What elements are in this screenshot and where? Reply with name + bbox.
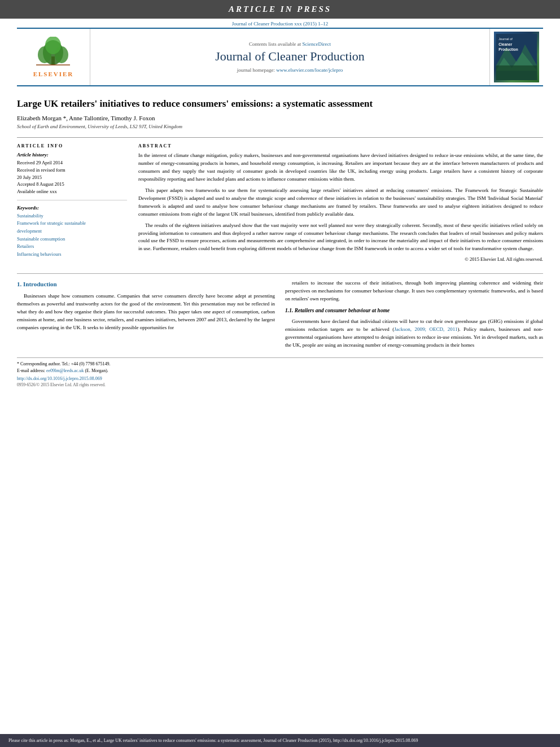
footnote-area: * Corresponding author. Tel.: +44 (0) 77… — [17, 357, 543, 387]
intro-para-2: retailers to increase the success of the… — [285, 279, 543, 303]
abstract-para-1: In the interest of climate change mitiga… — [138, 152, 543, 184]
journal-cover-area: Journal of Cleaner Production — [489, 29, 543, 85]
corresponding-author-note: * Corresponding author. Tel.: +44 (0) 77… — [17, 361, 111, 366]
authors-line: Elizabeth Morgan *, Anne Tallontire, Tim… — [17, 115, 543, 121]
doi-url[interactable]: http://dx.doi.org/10.1016/j.jclepro.2015… — [17, 376, 102, 381]
abstract-label: ABSTRACT — [138, 143, 543, 148]
citation-bar: Please cite this article in press as: Mo… — [0, 734, 560, 747]
email-suffix: (E. Morgan). — [85, 368, 108, 373]
subsection-title: Retailers and consumer behaviour at home — [295, 308, 390, 313]
body-content: 1. Introduction Businesses shape how con… — [17, 279, 543, 352]
keywords-heading: Keywords: — [17, 205, 127, 211]
authors-text: Elizabeth Morgan *, Anne Tallontire, Tim… — [17, 115, 155, 121]
cover-svg: Journal of Cleaner Production — [495, 34, 539, 80]
subsection-heading: 1.1. Retailers and consumer behaviour at… — [285, 307, 543, 315]
journal-header: ELSEVIER Contents lists available at Sci… — [17, 28, 543, 86]
doi-link: http://dx.doi.org/10.1016/j.jclepro.2015… — [17, 376, 543, 381]
section-title: Introduction — [23, 281, 57, 287]
journal-homepage-line: journal homepage: www.elsevier.com/locat… — [237, 67, 343, 73]
banner-text: ARTICLE IN PRESS — [229, 5, 331, 14]
homepage-label: journal homepage: — [237, 67, 275, 73]
journal-title: Journal of Cleaner Production — [215, 49, 365, 64]
abstract-column: ABSTRACT In the interest of climate chan… — [138, 143, 543, 262]
subsection-number: 1.1. — [285, 308, 293, 313]
body-left-column: 1. Introduction Businesses shape how con… — [17, 279, 275, 352]
article-title: Large UK retailers' initiatives to reduc… — [17, 98, 543, 110]
available-online: Available online xxx — [17, 188, 127, 195]
svg-text:Cleaner: Cleaner — [498, 42, 512, 46]
journal-link-bar: Journal of Cleaner Production xxx (2015)… — [0, 19, 560, 28]
issn-line: 0959-6526/© 2015 Elsevier Ltd. All right… — [17, 382, 543, 387]
introduction-heading: 1. Introduction — [17, 279, 275, 289]
keyword-framework[interactable]: Framework for strategic sustainabledevel… — [17, 220, 127, 235]
section-number: 1. — [17, 281, 21, 287]
body-right-column: retailers to increase the success of the… — [285, 279, 543, 352]
revised-date: 20 July 2015 — [17, 174, 127, 181]
article-history-section: Article history: Received 29 April 2014 … — [17, 152, 127, 200]
citation-text: Please cite this article in press as: Mo… — [8, 738, 418, 743]
journal-citation-link[interactable]: Journal of Cleaner Production xxx (2015)… — [232, 21, 328, 27]
keyword-sustainable-consumption[interactable]: Sustainable consumption — [17, 235, 127, 243]
revised-label: Received in revised form — [17, 167, 127, 174]
article-info-label: ARTICLE INFO — [17, 143, 127, 148]
abstract-text: In the interest of climate change mitiga… — [138, 152, 543, 253]
abstract-para-2: This paper adapts two frameworks to use … — [138, 187, 543, 219]
svg-rect-9 — [496, 65, 537, 80]
journal-cover-image: Journal of Cleaner Production — [494, 32, 539, 82]
elsevier-logo-area: ELSEVIER — [17, 29, 90, 85]
affiliation: School of Earth and Environment, Univers… — [17, 124, 543, 129]
contents-available-text: Contents lists available at — [249, 41, 301, 47]
article-info-column: ARTICLE INFO Article history: Received 2… — [17, 143, 127, 262]
accepted-date: Accepted 8 August 2015 — [17, 181, 127, 188]
intro-para-1: Businesses shape how consumers consume. … — [17, 292, 275, 332]
keywords-section: Keywords: Sustainability Framework for s… — [17, 205, 127, 259]
section-divider — [17, 273, 543, 274]
journal-info-center: Contents lists available at ScienceDirec… — [90, 29, 489, 85]
keyword-behaviours[interactable]: Influencing behaviours — [17, 251, 127, 259]
subsection-para-1: Governments have declared that individua… — [285, 318, 543, 350]
svg-point-4 — [45, 37, 61, 54]
received-date: Received 29 April 2014 — [17, 159, 127, 167]
article-info-abstract-section: ARTICLE INFO Article history: Received 2… — [17, 137, 543, 262]
science-direct-link[interactable]: ScienceDirect — [303, 41, 331, 47]
svg-text:Journal of: Journal of — [498, 37, 513, 41]
science-direct-line: Contents lists available at ScienceDirec… — [249, 41, 331, 47]
jackson-ref[interactable]: Jackson, 2009; OECD, 2011 — [394, 326, 457, 332]
footnote-star: * Corresponding author. Tel.: +44 (0) 77… — [17, 361, 543, 368]
footnote-email: E-mail address: ee09lm@leeds.ac.uk (E. M… — [17, 368, 543, 374]
svg-text:Production: Production — [498, 47, 518, 51]
abstract-para-3: The results of the eighteen initiatives … — [138, 222, 543, 254]
article-history-heading: Article history: — [17, 152, 127, 158]
elsevier-tree-icon — [33, 37, 73, 68]
email-label: E-mail address: — [17, 368, 45, 373]
elsevier-wordmark: ELSEVIER — [33, 71, 74, 77]
keyword-sustainability[interactable]: Sustainability — [17, 212, 127, 220]
copyright-line: © 2015 Elsevier Ltd. All rights reserved… — [138, 256, 543, 262]
main-content: Large UK retailers' initiatives to reduc… — [17, 86, 543, 262]
author-email[interactable]: ee09lm@leeds.ac.uk — [46, 368, 84, 373]
homepage-url[interactable]: www.elsevier.com/locate/jclepro — [276, 67, 343, 73]
elsevier-logo: ELSEVIER — [33, 37, 74, 77]
article-in-press-banner: ARTICLE IN PRESS — [0, 0, 560, 19]
keyword-retailers[interactable]: Retailers — [17, 243, 127, 251]
